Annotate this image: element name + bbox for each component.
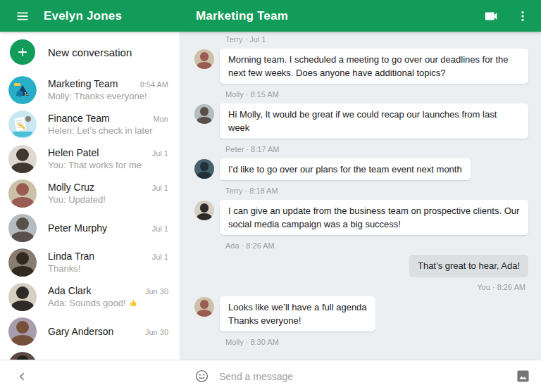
avatar-molly [194, 297, 214, 317]
message-bubble: I can give an update from the business t… [220, 200, 528, 235]
message-content: I can give an update from the business t… [220, 200, 528, 255]
message-bubble: I’d like to go over our plans for the te… [220, 158, 471, 180]
account-title: Evelyn Jones [44, 9, 122, 23]
conversation-text: Linda TranJul 1 Thanks! [48, 251, 168, 274]
conversation-molly-cruz[interactable]: Molly CruzJul 1 You: Updated! [0, 176, 180, 210]
conversation-name: Peter Murphy [48, 222, 147, 234]
thumbs-up-emoji [129, 298, 138, 308]
group-avatar-marketing [8, 76, 37, 104]
conversation-marketing-team[interactable]: Marketing Team8:54 AM Molly: Thanks ever… [0, 72, 180, 107]
avatar-ada [194, 201, 214, 220]
message-bubble: Hi Molly, It would be great if we could … [220, 103, 528, 139]
conversation-time: Jun 30 [145, 328, 168, 336]
conversation-name: Molly Cruz [48, 182, 147, 193]
message-incoming: I’d like to go over our plans for the te… [194, 158, 528, 200]
image-icon [516, 369, 530, 383]
conversation-name: Marketing Team [48, 78, 135, 89]
conversation-finance-team[interactable]: Finance TeamMon Helen: Let’s check in la… [0, 107, 180, 141]
message-incoming: Sounds good Terry · Jul 1 [194, 32, 528, 49]
message-content: Morning team. I scheduled a meeting to g… [220, 49, 528, 103]
bottom-bar-left [0, 360, 180, 392]
message-content: Hi Molly, It would be great if we could … [220, 103, 528, 158]
avatar-gary [8, 317, 37, 346]
smiley-icon [194, 369, 209, 384]
conversation-helen-patel[interactable]: Helen PatelJul 1 You: That works for me [0, 141, 180, 176]
conversation-sidebar: New conversation Marketing Team8:54 AM M… [0, 32, 180, 360]
avatar-terry-wong [8, 352, 37, 360]
conversation-peter-murphy[interactable]: Peter MurphyJul 1 [0, 210, 180, 245]
new-conversation-button[interactable]: New conversation [0, 32, 180, 72]
conversation-text: Marketing Team8:54 AM Molly: Thanks ever… [48, 78, 168, 101]
message-bubble: That’s great to hear, Ada! [409, 255, 528, 277]
message-content: Looks like we’ll have a full agenda Than… [220, 296, 375, 351]
avatar-ada [8, 283, 37, 311]
collapse-sidebar-button[interactable] [15, 370, 28, 383]
message-meta: Molly · 8:30 AM [225, 338, 375, 347]
message-composer [180, 360, 541, 392]
conversation-preview: You: Updated! [48, 194, 168, 205]
avatar-molly [194, 49, 214, 69]
message-incoming: Morning team. I scheduled a meeting to g… [194, 49, 528, 103]
message-incoming: Looks like we’ll have a full agenda Than… [194, 296, 528, 351]
conversation-name: Gary Anderson [48, 326, 139, 337]
conversation-preview-text: Ada: Sounds good! [48, 298, 126, 308]
chevron-left-icon [15, 370, 28, 383]
message-meta: Molly · 8:15 AM [225, 90, 528, 99]
avatar-peter [194, 104, 214, 124]
conversation-time: Jul 1 [152, 225, 168, 233]
video-call-button[interactable] [483, 8, 499, 24]
conversation-preview: Ada: Sounds good! [48, 298, 168, 308]
chat-scroll-area[interactable]: Sounds good Terry · Jul 1 Morning team. … [180, 32, 541, 360]
conversation-gary-anderson[interactable]: Gary AndersonJun 30 [0, 314, 180, 348]
emoji-button[interactable] [194, 369, 209, 384]
conversation-name: Ada Clark [48, 285, 139, 296]
conversation-text: Gary AndersonJun 30 [48, 326, 168, 337]
conversation-text: Peter MurphyJul 1 [48, 222, 168, 234]
message-meta: Terry · 8:18 AM [225, 186, 471, 196]
bottom-bar [0, 360, 541, 392]
conversation-time: Jul 1 [152, 253, 168, 261]
video-camera-icon [483, 8, 499, 24]
conversation-text: Molly CruzJul 1 You: Updated! [48, 182, 168, 205]
conversation-text: Ada ClarkJun 30 Ada: Sounds good! [48, 285, 168, 308]
conversation-terry-wong[interactable]: Terry WongJun 29 [0, 348, 180, 360]
avatar-terry [194, 159, 214, 179]
conversation-preview: Thanks! [48, 263, 168, 274]
menu-button[interactable] [15, 9, 30, 23]
message-input[interactable] [219, 371, 506, 382]
conversation-text: Helen PatelJul 1 You: That works for me [48, 147, 168, 170]
conversation-ada-clark[interactable]: Ada ClarkJun 30 Ada: Sounds good! [0, 279, 180, 314]
more-options-button[interactable] [516, 9, 530, 23]
group-avatar-finance [8, 110, 37, 139]
avatar-linda [8, 248, 37, 277]
conversation-linda-tran[interactable]: Linda TranJul 1 Thanks! [0, 245, 180, 279]
conversation-time: Jul 1 [152, 184, 168, 192]
attach-image-button[interactable] [516, 369, 530, 383]
conversation-list[interactable]: Marketing Team8:54 AM Molly: Thanks ever… [0, 72, 180, 360]
new-conversation-label: New conversation [48, 46, 132, 58]
conversation-name: Linda Tran [48, 251, 147, 262]
message-bubble: Looks like we’ll have a full agenda Than… [220, 296, 375, 331]
conversation-time: Jul 1 [152, 149, 168, 158]
hamburger-icon [15, 9, 30, 23]
conversation-time: Jun 30 [145, 287, 168, 296]
top-bar: Evelyn Jones Marketing Team [0, 0, 541, 32]
message-outgoing: That’s great to hear, Ada! You · 8:26 AM [194, 255, 528, 296]
hangouts-app: Evelyn Jones Marketing Team New conversa… [0, 0, 541, 392]
top-bar-left: Evelyn Jones [0, 0, 180, 32]
message-bubble: Morning team. I scheduled a meeting to g… [220, 49, 528, 84]
message-content: Sounds good Terry · Jul 1 [220, 32, 291, 49]
conversation-preview: You: That works for me [48, 160, 168, 170]
conversation-time: Mon [154, 115, 168, 123]
avatar-helen [8, 145, 37, 173]
message-incoming: Hi Molly, It would be great if we could … [194, 103, 528, 158]
message-meta: Terry · Jul 1 [225, 35, 291, 44]
new-conversation-circle [10, 39, 35, 65]
conversation-preview: Molly: Thanks everyone! [48, 91, 168, 101]
message-meta: You · 8:26 AM [409, 283, 526, 292]
avatar-molly [8, 179, 37, 208]
conversation-preview: Helen: Let’s check in later [48, 125, 168, 136]
conversation-name: Finance Team [48, 113, 148, 124]
conversation-title: Marketing Team [196, 9, 288, 23]
conversation-text: Finance TeamMon Helen: Let’s check in la… [48, 113, 168, 136]
